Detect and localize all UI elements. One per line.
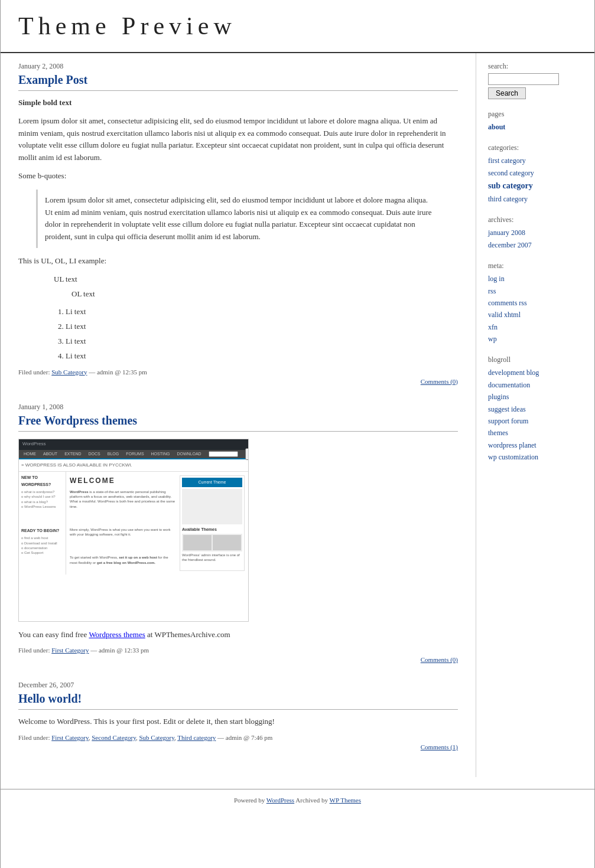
post-category-link-3b[interactable]: Second Category xyxy=(92,734,136,741)
sidebar-link-wp-customization[interactable]: wp customization xyxy=(488,451,583,463)
wordpress-screenshot: WordPress HOMEABOUTEXTENDDOCSBLOGFORUMSH… xyxy=(18,439,249,622)
sidebar-link-about[interactable]: about xyxy=(488,121,583,133)
blockquote-1: Lorem ipsum dolor sit amet, consectetur … xyxy=(36,190,440,248)
sidebar-link-dec-2007[interactable]: december 2007 xyxy=(488,239,583,251)
search-label: search: xyxy=(488,62,583,71)
li-item-2: Li text xyxy=(66,321,458,333)
sidebar-link-xfn[interactable]: xfn xyxy=(488,321,583,333)
post-footer-2: Filed under: First Category — admin @ 12… xyxy=(18,647,458,654)
post-title-3: Hello world! xyxy=(18,692,458,710)
sidebar-link-plugins[interactable]: plugins xyxy=(488,391,583,403)
site-header: Theme Preview xyxy=(1,0,594,53)
post-title-link-2[interactable]: Free Wordpress themes xyxy=(18,414,137,427)
post-footer-3: Filed under: First Category, Second Cate… xyxy=(18,734,458,741)
search-input[interactable] xyxy=(488,73,559,85)
sidebar-link-sub-category[interactable]: sub category xyxy=(488,179,583,193)
bold-text-1: Simple bold text xyxy=(18,97,458,109)
main-content: January 2, 2008 Example Post Simple bold… xyxy=(1,53,476,777)
sidebar-pages-section: pages about xyxy=(488,110,583,133)
post-content-2: WordPress HOMEABOUTEXTENDDOCSBLOGFORUMSH… xyxy=(18,439,458,641)
ul-item: UL text xyxy=(54,273,458,286)
categories-title: categories: xyxy=(488,143,583,152)
post-content-1: Simple bold text Lorem ipsum dolor sit a… xyxy=(18,97,458,363)
li-item-4: Li text xyxy=(66,350,458,363)
li-item-1: Li text xyxy=(66,306,458,318)
comments-link-2: Comments (0) xyxy=(18,656,458,663)
paragraph-1: Lorem ipsum dolor sit amet, consectetur … xyxy=(18,115,458,164)
post-title-link-3[interactable]: Hello world! xyxy=(18,692,82,705)
blogroll-title: blogroll xyxy=(488,355,583,364)
footer-text-before: Powered by xyxy=(234,797,265,804)
post-category-link-1[interactable]: Sub Category xyxy=(51,368,87,376)
site-title: Theme Preview xyxy=(18,12,577,40)
ol-item: OL text xyxy=(71,288,458,301)
search-button[interactable]: Search xyxy=(488,87,526,99)
sidebar-link-rss[interactable]: rss xyxy=(488,285,583,297)
sidebar-link-login[interactable]: log in xyxy=(488,273,583,285)
sidebar-categories-section: categories: first category second catego… xyxy=(488,143,583,205)
footer-text-middle: Archived by xyxy=(295,797,328,804)
sidebar-link-wp[interactable]: wp xyxy=(488,333,583,345)
post-2-paragraph: You can easy find free Wordpress themes … xyxy=(18,629,458,641)
post-date-2: January 1, 2008 xyxy=(18,403,458,412)
post-content-3: Welcome to WordPress. This is your first… xyxy=(18,716,458,728)
sidebar-link-suggest-ideas[interactable]: suggest ideas xyxy=(488,403,583,415)
meta-title: meta: xyxy=(488,262,583,270)
site-footer: Powered by WordPress Archived by WP Them… xyxy=(1,789,594,811)
wordpress-themes-link[interactable]: Wordpress themes xyxy=(89,630,145,639)
paragraph-3: Welcome to WordPress. This is your first… xyxy=(18,716,458,728)
sidebar-link-themes[interactable]: themes xyxy=(488,427,583,439)
comments-link-anchor-1[interactable]: Comments (0) xyxy=(421,378,458,385)
post-title-2: Free Wordpress themes xyxy=(18,414,458,432)
post-title-link-1[interactable]: Example Post xyxy=(18,73,87,86)
list-intro: This is UL, OL, LI example: xyxy=(18,255,458,267)
comments-link-anchor-2[interactable]: Comments (0) xyxy=(421,656,458,663)
sidebar-link-third-category[interactable]: third category xyxy=(488,193,583,205)
post-date-1: January 2, 2008 xyxy=(18,62,458,71)
post-wordpress-themes: January 1, 2008 Free Wordpress themes Wo… xyxy=(18,403,458,664)
footer-wp-themes-link[interactable]: WP Themes xyxy=(330,797,361,804)
post-category-link-3c[interactable]: Sub Category xyxy=(139,734,174,741)
sidebar-link-second-category[interactable]: second category xyxy=(488,167,583,179)
sidebar: search: Search pages about categories: f… xyxy=(476,53,594,777)
footer-wordpress-link[interactable]: WordPress xyxy=(266,797,294,804)
sidebar-link-support-forum[interactable]: support forum xyxy=(488,415,583,427)
comments-link-anchor-3[interactable]: Comments (1) xyxy=(421,743,458,750)
sidebar-blogroll-section: blogroll development blog documentation … xyxy=(488,355,583,463)
post-title-1: Example Post xyxy=(18,73,458,91)
sidebar-link-valid-xhtml[interactable]: valid xhtml xyxy=(488,309,583,321)
post-example: January 2, 2008 Example Post Simple bold… xyxy=(18,62,458,385)
li-item-3: Li text xyxy=(66,335,458,348)
sidebar-link-comments-rss[interactable]: comments rss xyxy=(488,297,583,309)
post-category-link-2[interactable]: First Category xyxy=(51,647,89,654)
post-category-link-3a[interactable]: First Category xyxy=(51,734,89,741)
sidebar-link-dev-blog[interactable]: development blog xyxy=(488,367,583,378)
post-hello-world: December 26, 2007 Hello world! Welcome t… xyxy=(18,681,458,750)
sidebar-search-section: search: Search xyxy=(488,62,583,99)
sidebar-meta-section: meta: log in rss comments rss valid xhtm… xyxy=(488,262,583,345)
sidebar-archives-section: archives: january 2008 december 2007 xyxy=(488,216,583,251)
bquotes-label: Some b-quotes: xyxy=(18,170,458,182)
content-wrapper: January 2, 2008 Example Post Simple bold… xyxy=(1,53,594,777)
sidebar-link-documentation[interactable]: documentation xyxy=(488,379,583,391)
pages-title: pages xyxy=(488,110,583,119)
comments-link-3: Comments (1) xyxy=(18,743,458,750)
post-date-3: December 26, 2007 xyxy=(18,681,458,690)
archives-title: archives: xyxy=(488,216,583,224)
post-footer-1: Filed under: Sub Category — admin @ 12:3… xyxy=(18,368,458,376)
sidebar-link-wordpress-planet[interactable]: wordpress planet xyxy=(488,439,583,451)
post-category-link-3d[interactable]: Third category xyxy=(177,734,216,741)
sidebar-link-jan-2008[interactable]: january 2008 xyxy=(488,227,583,239)
sidebar-link-first-category[interactable]: first category xyxy=(488,155,583,167)
comments-link-1: Comments (0) xyxy=(18,378,458,385)
